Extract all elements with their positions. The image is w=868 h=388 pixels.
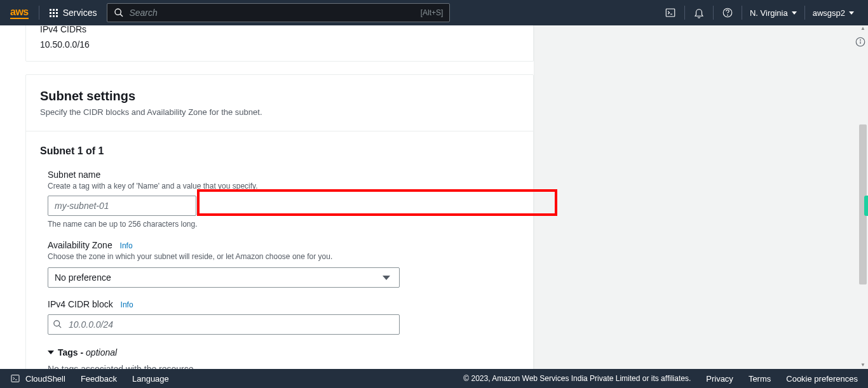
info-panel-toggle[interactable] [853,34,868,50]
scroll-down-arrow[interactable]: ▼ [860,362,865,368]
cloudshell-icon-button[interactable] [660,3,681,23]
ipv4-cidr-value: 10.50.0.0/16 [40,39,519,50]
aws-logo[interactable]: aws [10,7,29,19]
tags-empty-text: No tags associated with the resource. [40,364,519,369]
bell-icon [693,7,705,18]
az-info-link[interactable]: Info [120,241,133,250]
az-help: Choose the zone in which your subnet wil… [48,252,519,261]
svg-point-10 [860,40,861,41]
nav-divider [804,6,805,20]
svg-line-7 [58,325,61,328]
subnet-counter: Subnet 1 of 1 [40,145,519,157]
help-button[interactable] [717,3,738,23]
side-column: ▲ ▼ [534,25,868,369]
search-input[interactable] [129,8,415,18]
terminal-icon [665,7,676,18]
scrollbar-track[interactable] [859,29,867,284]
subnet-name-input[interactable] [48,196,196,216]
subnet-name-help: Create a tag with a key of 'Name' and a … [48,182,519,191]
region-selector[interactable]: N. Virginia [746,8,801,18]
ipv4-cidr-field: IPv4 CIDR block Info [40,299,519,335]
subnet-settings-panel: Subnet settings Specify the CIDR blocks … [25,74,534,369]
subnet-name-field: Subnet name Create a tag with a key of '… [40,170,519,229]
caret-down-icon [383,276,390,280]
nav-divider [39,6,39,20]
cidr-input[interactable] [48,314,400,335]
account-selector[interactable]: awsgsp2 [809,8,858,18]
vpc-cidr-panel: IPv4 CIDRs 10.50.0.0/16 [25,25,534,62]
services-button[interactable]: Services [50,8,97,18]
tags-label: Tags - optional [58,347,117,358]
az-select-value: No preference [55,272,111,283]
cidr-label: IPv4 CIDR block [48,299,113,309]
services-grid-icon [50,9,58,17]
account-label: awsgsp2 [813,8,845,18]
main-content: IPv4 CIDRs 10.50.0.0/16 Subnet settings … [0,25,868,369]
nav-divider [713,6,714,20]
svg-point-5 [728,15,728,15]
az-select[interactable]: No preference [48,267,400,288]
tags-toggle[interactable]: Tags - optional [40,347,519,358]
subnet-name-constraint: The name can be up to 256 characters lon… [48,220,519,229]
notifications-button[interactable] [689,3,709,23]
az-label: Availability Zone [48,240,112,250]
svg-line-1 [120,14,123,17]
caret-down-icon [792,11,797,15]
services-label: Services [63,8,97,18]
subnet-name-label: Subnet name [48,170,519,180]
search-bar[interactable]: [Alt+S] [107,3,450,22]
subnet-settings-body: Subnet 1 of 1 Subnet name Create a tag w… [26,131,533,369]
ipv4-cidrs-label: IPv4 CIDRs [40,25,519,34]
content-column: IPv4 CIDRs 10.50.0.0/16 Subnet settings … [0,25,534,369]
search-shortcut: [Alt+S] [421,8,444,17]
search-icon [53,319,62,331]
subnet-settings-description: Specify the CIDR blocks and Availability… [40,107,519,117]
feedback-tab[interactable] [864,196,868,216]
nav-divider [684,6,685,20]
nav-divider [742,6,742,20]
availability-zone-field: Availability Zone Info Choose the zone i… [40,240,519,288]
svg-point-6 [54,321,60,326]
svg-point-0 [115,9,121,15]
subnet-settings-title: Subnet settings [40,89,519,104]
top-navigation: aws Services [Alt+S] N. Virginia awsgsp [0,0,868,25]
svg-rect-2 [666,9,675,17]
search-icon [114,8,124,18]
caret-down-icon [48,351,54,354]
subnet-settings-header: Subnet settings Specify the CIDR blocks … [26,75,533,131]
cidr-info-link[interactable]: Info [121,300,133,309]
caret-down-icon [849,11,854,15]
region-label: N. Virginia [750,8,788,18]
info-icon [855,36,866,48]
question-icon [722,7,733,18]
